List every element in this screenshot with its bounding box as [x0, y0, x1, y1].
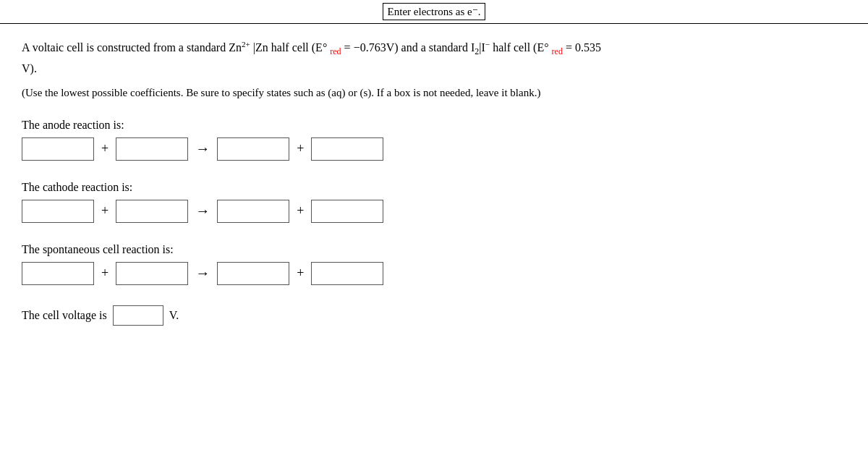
i2-formula: I2	[471, 41, 479, 54]
problem-statement: A voltaic cell is constructed from a sta…	[22, 38, 846, 77]
half-cell-1-label: half cell (E° red = −0.763V) and a stand…	[271, 41, 471, 54]
cathode-input-3[interactable]	[217, 200, 289, 223]
spontaneous-field-2[interactable]	[116, 263, 187, 284]
spontaneous-label: The spontaneous cell reaction is:	[22, 243, 846, 256]
v-label: V.	[169, 309, 179, 322]
instruction-text: Enter electrons as e⁻.	[383, 3, 486, 20]
cathode-field-4[interactable]	[312, 200, 383, 222]
cathode-row: + → +	[22, 200, 846, 223]
cathode-input-1[interactable]	[22, 200, 94, 223]
spontaneous-field-3[interactable]	[218, 263, 289, 284]
cell-voltage-label: The cell voltage is	[22, 309, 107, 322]
spontaneous-field-4[interactable]	[312, 263, 383, 284]
problem-line2: V).	[22, 62, 37, 75]
anode-section: The anode reaction is: + → +	[22, 119, 846, 161]
cathode-arrow: →	[195, 203, 210, 219]
spontaneous-row: + → +	[22, 262, 846, 285]
spontaneous-field-1[interactable]	[22, 263, 93, 284]
anode-field-3[interactable]	[218, 138, 289, 160]
anode-field-1[interactable]	[22, 138, 93, 160]
cathode-field-3[interactable]	[218, 200, 289, 222]
spontaneous-input-3[interactable]	[217, 262, 289, 285]
top-bar: Enter electrons as e⁻.	[0, 0, 868, 24]
voltage-field[interactable]	[114, 306, 163, 325]
cathode-plus-2: +	[297, 203, 304, 219]
hint-text: (Use the lowest possible coefficients. B…	[22, 85, 846, 101]
zn-label: Zn	[255, 41, 268, 54]
cathode-plus-1: +	[101, 203, 109, 219]
spontaneous-input-2[interactable]	[116, 262, 188, 285]
anode-plus-2: +	[297, 141, 304, 156]
anode-input-2[interactable]	[116, 137, 188, 161]
main-content: A voltaic cell is constructed from a sta…	[0, 24, 868, 340]
cell-voltage-section: The cell voltage is V.	[22, 305, 846, 326]
zn-pipe: |	[250, 41, 255, 54]
anode-arrow: →	[195, 140, 210, 157]
voltage-input-box[interactable]	[113, 305, 163, 326]
anode-row: + → +	[22, 137, 846, 161]
anode-field-4[interactable]	[312, 138, 383, 160]
anode-input-4[interactable]	[311, 137, 383, 161]
i-formula: I−	[481, 41, 490, 54]
cathode-input-4[interactable]	[311, 200, 383, 223]
sub-red-1: red	[330, 47, 341, 57]
zn-superscript: 2+	[242, 40, 250, 48]
anode-plus-1: +	[101, 141, 109, 156]
anode-label: The anode reaction is:	[22, 119, 846, 132]
sub-red-2: red	[552, 47, 563, 57]
spontaneous-plus-1: +	[101, 266, 109, 281]
cathode-input-2[interactable]	[116, 200, 188, 223]
anode-input-1[interactable]	[22, 137, 94, 161]
problem-line1-prefix: A voltaic cell is constructed from a sta…	[22, 41, 229, 54]
zn-formula: Zn2+	[229, 41, 250, 54]
anode-input-3[interactable]	[217, 137, 289, 161]
anode-field-2[interactable]	[116, 138, 187, 160]
half-cell-2-label: half cell (E° red = 0.535	[490, 41, 601, 54]
cathode-field-2[interactable]	[116, 200, 187, 222]
spontaneous-arrow: →	[195, 265, 210, 281]
spontaneous-input-4[interactable]	[311, 262, 383, 285]
spontaneous-plus-2: +	[297, 266, 304, 281]
spontaneous-section: The spontaneous cell reaction is: + → +	[22, 243, 846, 285]
cathode-field-1[interactable]	[22, 200, 93, 222]
spontaneous-input-1[interactable]	[22, 262, 94, 285]
cathode-label: The cathode reaction is:	[22, 181, 846, 194]
cathode-section: The cathode reaction is: + → +	[22, 181, 846, 223]
